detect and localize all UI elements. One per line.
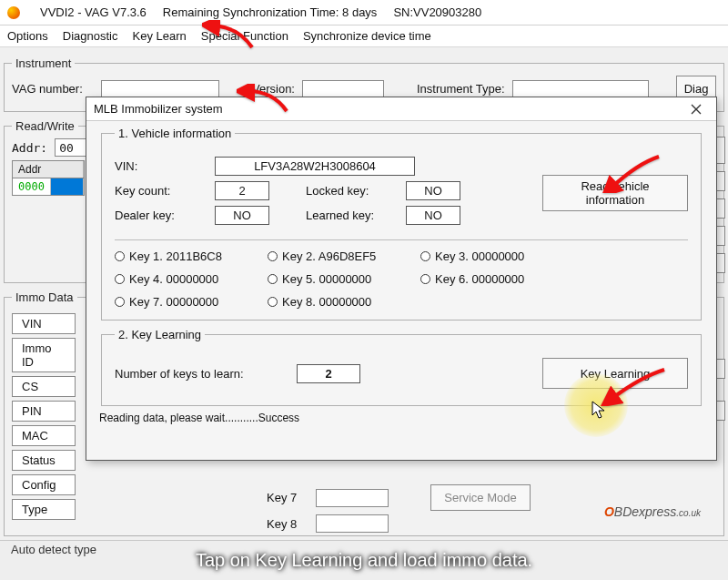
dealer-label: Dealer key:	[115, 209, 197, 222]
radio-icon	[115, 251, 125, 261]
menu-special-function[interactable]: Special Function	[201, 29, 288, 43]
instrument-type-label: Instrument Type:	[417, 82, 505, 96]
version-input[interactable]	[302, 80, 384, 98]
num-keys-label: Number of keys to learn:	[115, 367, 278, 381]
keycount-label: Key count:	[115, 184, 197, 198]
locked-value[interactable]: NO	[406, 181, 460, 200]
key2-radio[interactable]: Key 2. A96D8EF5	[268, 249, 404, 263]
radio-icon	[115, 297, 125, 307]
immo-data-legend: Immo Data	[12, 290, 77, 304]
vag-number-input[interactable]	[101, 80, 219, 98]
readwrite-legend: Read/Write	[12, 119, 78, 133]
immo-vin[interactable]: VIN	[12, 313, 76, 334]
addr-label: Addr:	[12, 141, 47, 155]
key-learning-legend: 2. Key Learning	[115, 328, 205, 341]
key4-radio[interactable]: Key 4. 00000000	[115, 272, 251, 286]
instrument-type-input[interactable]	[512, 80, 649, 98]
num-keys-value[interactable]: 2	[297, 364, 360, 383]
radio-icon	[420, 251, 430, 261]
immo-pin[interactable]: PIN	[12, 401, 76, 422]
read-vehicle-info-button[interactable]: Read vehicle information	[542, 175, 688, 211]
key-learning-group: 2. Key Learning Number of keys to learn:…	[101, 328, 702, 406]
dialog-status: Reading data, please wait...........Succ…	[99, 412, 703, 424]
key-radio-grid: Key 1. 2011B6C8 Key 2. A96D8EF5 Key 3. 0…	[115, 249, 688, 309]
menu-key-learn[interactable]: Key Learn	[133, 29, 187, 43]
close-icon	[691, 104, 702, 115]
vehicle-info-legend: 1. Vehicle information	[115, 127, 235, 140]
addr-row-0-sel[interactable]	[51, 178, 84, 195]
dealer-value[interactable]: NO	[215, 206, 269, 225]
serial-number: SN:VV20903280	[393, 5, 481, 19]
status-text: Auto detect type	[11, 543, 96, 556]
radio-icon	[268, 251, 278, 261]
vehicle-info-group: 1. Vehicle information VIN: LFV3A28W2H30…	[101, 127, 702, 321]
titlebar: VVDI2 - VAG V7.3.6 Remaining Synchroniza…	[0, 0, 728, 25]
menu-diagnostic[interactable]: Diagnostic	[63, 29, 118, 43]
key7-input[interactable]	[316, 489, 389, 507]
locked-label: Locked key:	[306, 184, 388, 198]
immo-id[interactable]: Immo ID	[12, 338, 76, 372]
sync-time: Remaining Synchronization Time: 8 days	[163, 5, 378, 19]
addr-row-0[interactable]: 0000	[13, 178, 51, 195]
immo-mac[interactable]: MAC	[12, 425, 76, 446]
learned-label: Learned key:	[306, 209, 388, 222]
learned-value[interactable]: NO	[406, 206, 460, 225]
key1-radio[interactable]: Key 1. 2011B6C8	[115, 249, 251, 263]
key3-radio[interactable]: Key 3. 00000000	[420, 249, 557, 263]
version-label: Version:	[252, 82, 295, 96]
keycount-value[interactable]: 2	[215, 181, 269, 200]
service-mode-button[interactable]: Service Mode	[430, 484, 531, 511]
key6-radio[interactable]: Key 6. 00000000	[420, 272, 557, 286]
menu-options[interactable]: Options	[7, 29, 48, 43]
menu-sync-time[interactable]: Synchronize device time	[303, 29, 431, 43]
addr-col-header: Addr	[13, 161, 84, 178]
vin-label: VIN:	[115, 159, 197, 173]
addr-table[interactable]: Addr 0000	[12, 160, 85, 196]
app-title: VVDI2 - VAG V7.3.6	[40, 5, 147, 19]
app-icon	[7, 6, 20, 19]
dialog-title: MLB Immobilizer system	[94, 102, 223, 116]
key8-label: Key 8	[267, 517, 308, 531]
close-button[interactable]	[683, 100, 709, 118]
key7-label: Key 7	[267, 491, 308, 504]
immo-config[interactable]: Config	[12, 474, 76, 495]
menubar: Options Diagnostic Key Learn Special Fun…	[0, 25, 728, 47]
key7-radio[interactable]: Key 7. 00000000	[115, 295, 251, 309]
key8-radio[interactable]: Key 8. 00000000	[268, 295, 404, 309]
radio-icon	[268, 297, 278, 307]
status-bar: Auto detect type	[0, 540, 728, 580]
immo-status[interactable]: Status	[12, 450, 76, 471]
instrument-legend: Instrument	[12, 56, 75, 70]
key-learning-button[interactable]: Key Learning	[542, 358, 688, 389]
key5-radio[interactable]: Key 5. 00000000	[268, 272, 404, 286]
immo-type[interactable]: Type	[12, 499, 76, 520]
radio-icon	[115, 274, 125, 284]
key8-input[interactable]	[316, 514, 389, 533]
radio-icon	[268, 274, 278, 284]
immo-field-list: VIN Immo ID CS PIN MAC Status Config Typ…	[12, 310, 76, 536]
vin-value[interactable]: LFV3A28W2H3008604	[215, 157, 415, 176]
vag-number-label: VAG number:	[12, 82, 94, 96]
immo-cs[interactable]: CS	[12, 376, 76, 397]
radio-icon	[420, 274, 430, 284]
mlb-dialog: MLB Immobilizer system 1. Vehicle inform…	[86, 97, 717, 461]
